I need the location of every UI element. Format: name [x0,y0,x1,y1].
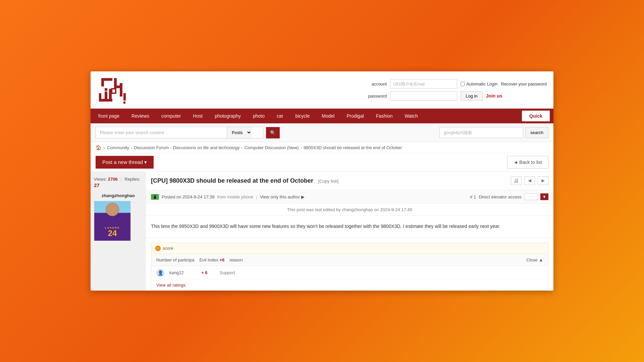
ratings-header: Number of participa Evil Index +6 reason… [151,254,548,266]
nav-computer[interactable]: computer [155,109,187,123]
nav-front-page[interactable]: front page [92,109,125,123]
prev-icon[interactable]: ◄ [524,176,535,185]
main-post: [CPU] 9800X3D should be released at the … [146,172,553,291]
thread-title-bar: [CPU] 9800X3D should be released at the … [146,172,553,190]
view-all-ratings-link[interactable]: View all ratings [156,283,185,288]
back-to-list-button[interactable]: ◄ Back to list [507,156,548,169]
rating-row: 👤 kang12 + 6 Support [151,266,548,280]
google-search-button[interactable]: search [525,127,548,138]
thread-nav-icons: 🖨 ◄ ► [511,176,548,185]
svg-rect-3 [120,83,122,97]
post-meta: 📱 Posted on 2024-9-24 17:39 from mobile … [146,190,553,204]
nav-car[interactable]: car [271,109,289,123]
nav-photography[interactable]: photography [209,109,247,123]
thread-actions-bar: Post a new thread ▾ ◄ Back to list [91,153,553,172]
post-body: This time the 9950X3D and 9900X3D will h… [146,216,553,238]
nav-bicycle[interactable]: bicycle [289,109,316,123]
ratings-section: Number of participa Evil Index +6 reason… [151,254,548,291]
post-meta-right: # 1 Direct elevator access ▼ [470,193,548,200]
author-name[interactable]: zhangzhonghao [94,193,143,198]
account-label: account [367,81,387,86]
rating-user-avatar: 👤 [156,269,164,277]
svg-rect-7 [123,93,126,101]
search-wrap: Posts [96,127,263,138]
views-label: Views: [94,177,107,182]
next-icon[interactable]: ► [538,176,548,185]
elevator-go-button[interactable]: ▼ [540,193,548,200]
participate-label: Number of participa [156,257,194,262]
google-search-wrap: search [439,127,548,138]
sidebar: Views: 2706 | Replies: 27 zhangzhonghao … [91,172,146,291]
post-date: Posted on 2024-9-24 17:39 [162,194,215,199]
password-label: password [367,94,387,99]
home-icon[interactable]: 🏠 [96,145,101,150]
content-area: Views: 2706 | Replies: 27 zhangzhonghao … [91,172,553,291]
edited-note: This post was last edited by zhangzhongh… [146,204,553,216]
site-header: account Automatic Login Recover your pas… [91,71,553,109]
thread-title-wrap: [CPU] 9800X3D should be released at the … [151,177,338,184]
auto-login-checkbox[interactable] [461,82,465,86]
recover-password-link[interactable]: Recover your password [501,81,547,86]
search-input[interactable] [96,127,227,138]
ratings-header-left: Number of participa Evil Index +6 reason [156,257,243,262]
post-meta-left: 📱 Posted on 2024-9-24 17:39 from mobile … [151,194,305,200]
direct-elevator-label: Direct elevator access [479,194,522,199]
log-in-button[interactable]: Log in [461,91,482,101]
evil-index-label: Evil Index +6 [199,257,224,262]
account-input[interactable] [390,79,457,88]
elevator-input[interactable] [524,193,538,200]
score-circle-icon [155,246,161,251]
reason-label: reason [229,257,243,262]
password-input[interactable] [390,91,457,101]
nav-watch[interactable]: Watch [399,109,424,123]
search-type-select[interactable]: Posts [227,127,252,138]
views-number: 2706 [108,177,118,182]
search-button[interactable]: 🔍 [266,127,280,138]
breadcrumb-forum[interactable]: Discussion Forum - Discussions on life a… [134,145,239,150]
site-logo[interactable] [97,75,127,105]
post-new-thread-button[interactable]: Post a new thread ▾ [96,156,154,169]
thread-title: [CPU] 9800X3D should be released at the … [151,177,313,184]
nav-photo[interactable]: photo [247,109,271,123]
quick-button[interactable]: Quick [521,110,550,122]
breadcrumb-community[interactable]: Community [107,145,129,150]
score-section: score [151,243,548,254]
mobile-badge: 📱 [151,194,159,200]
nav-bar: front page Reviews computer Host photogr… [91,109,553,123]
nav-model[interactable]: Model [316,109,340,123]
nav-fashion[interactable]: Fashion [370,109,399,123]
svg-rect-5 [105,92,107,99]
rating-score: + 6 [201,270,215,275]
header-auth: account Automatic Login Recover your pas… [367,79,547,101]
rating-user-name[interactable]: kang12 [169,270,196,275]
close-ratings-button[interactable]: Close ▲ [526,257,543,262]
view-all-ratings-wrap: View all ratings [151,280,548,290]
evil-score: +6 [219,257,224,262]
svg-rect-4 [105,88,107,91]
breadcrumb: 🏠 » Community › Discussion Forum - Discu… [91,142,553,153]
post-number: # 1 [470,194,476,199]
rating-reason: Support [220,270,235,275]
view-only-author-link[interactable]: View only this author ▶ [260,194,305,199]
score-label: score [163,246,173,251]
view-stats: Views: 2706 | Replies: 27 [94,177,143,188]
nav-reviews[interactable]: Reviews [125,109,155,123]
print-icon[interactable]: 🖨 [511,176,522,185]
search-icon: 🔍 [270,130,276,135]
replies-number: 27 [94,182,143,188]
google-search-input[interactable] [439,127,523,138]
join-us-link[interactable]: Join us [486,93,502,99]
copy-link[interactable]: [Copy link] [318,179,339,184]
auto-login-label[interactable]: Automatic Login [461,81,497,86]
svg-point-8 [123,102,126,104]
author-section: zhangzhonghao LAKERS 24 [94,193,143,241]
breadcrumb-section[interactable]: Computer Discussion (New) [245,145,299,150]
score-header: score [151,243,548,254]
nav-host[interactable]: Host [187,109,209,123]
breadcrumb-current: 9800X3D should be released at the end of… [304,145,402,150]
search-bar: Posts 🔍 search [91,123,553,142]
replies-label: Replies: [124,177,140,182]
post-from: from mobile phone [217,194,254,199]
nav-prodigal[interactable]: Prodigal [340,109,370,123]
author-avatar: LAKERS 24 [94,201,131,241]
